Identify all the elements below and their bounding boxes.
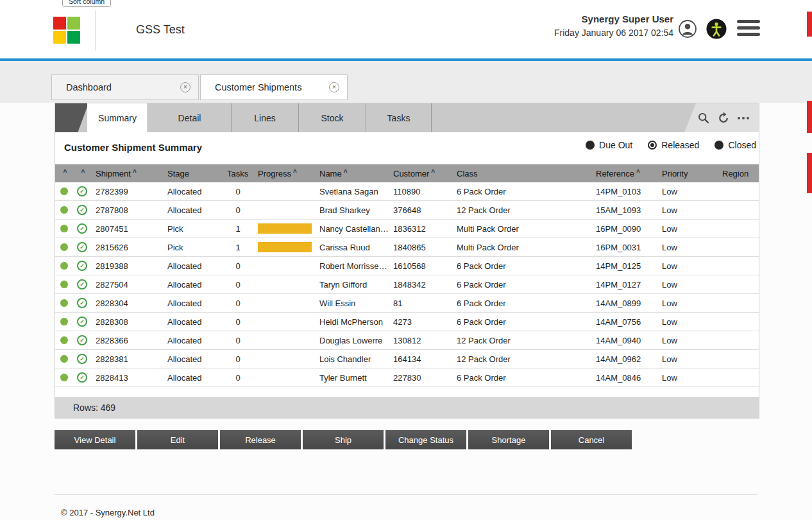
check-cell: ✓: [73, 372, 91, 383]
progress-bar: [258, 223, 312, 234]
status-cell: [55, 355, 73, 363]
check-cell: ✓: [73, 279, 91, 290]
document-tab[interactable]: Dashboard ×: [51, 74, 199, 100]
cell-shipment: 2828366: [91, 336, 163, 345]
shipment-row[interactable]: ✓ 2782399 Allocated 0 Svetlana Sagan 110…: [55, 182, 759, 201]
status-cell: [55, 262, 73, 270]
column-label: Reference: [596, 169, 634, 178]
sort-icon: ^: [636, 169, 640, 176]
cell-shipment: 2787808: [91, 205, 163, 215]
cell-customer: 1840865: [389, 243, 452, 252]
view-tab[interactable]: Summary: [87, 103, 148, 132]
view-tab-strip: Summary Detail Lines Stock T: [55, 103, 759, 132]
view-tab-label: Tasks: [387, 113, 410, 123]
cell-progress: [253, 335, 315, 345]
tab-close-icon[interactable]: ×: [180, 82, 190, 92]
column-header[interactable]: Priority ^: [657, 164, 718, 182]
shipment-row[interactable]: ✓ 2828304 Allocated 0 Will Essin 81 6 Pa…: [55, 294, 759, 313]
column-header[interactable]: Region ^: [718, 164, 759, 182]
user-profile-icon[interactable]: [678, 19, 697, 39]
column-header[interactable]: Customer ^: [389, 164, 452, 182]
radio-icon[interactable]: [715, 141, 723, 150]
shipment-row[interactable]: ✓ 2819388 Allocated 0 Robert Morrissey… …: [55, 257, 759, 275]
shipment-row[interactable]: ✓ 2828381 Allocated 0 Lois Chandler 1641…: [55, 350, 759, 368]
tab-close-icon[interactable]: ×: [329, 82, 339, 92]
document-tabs: Dashboard × Customer Shipments ×: [51, 74, 348, 100]
column-label: Customer: [393, 169, 429, 178]
view-tab[interactable]: Tasks: [366, 103, 432, 132]
cell-customer: 376648: [389, 205, 452, 215]
column-header[interactable]: ^: [73, 164, 91, 182]
sort-icon: ^: [133, 169, 137, 176]
cell-shipment: 2827504: [91, 280, 163, 290]
shipment-row[interactable]: ✓ 2787808 Allocated 0 Brad Sharkey 37664…: [55, 201, 759, 220]
document-tab[interactable]: Customer Shipments ×: [200, 74, 348, 100]
shipment-row[interactable]: ✓ 2828413 Allocated 0 Tyler Burnett 2278…: [55, 368, 759, 387]
column-header[interactable]: Tasks ^: [223, 164, 253, 182]
action-button[interactable]: Change Status: [385, 430, 466, 449]
shipment-row[interactable]: ✓ 2827504 Allocated 0 Taryn Gifford 1848…: [55, 275, 759, 294]
cell-customer: 4273: [389, 317, 452, 327]
status-dot-icon: [60, 355, 68, 363]
column-header[interactable]: Name ^: [315, 164, 389, 182]
cell-name: Taryn Gifford: [315, 280, 389, 290]
more-options-icon[interactable]: [736, 111, 750, 125]
status-dot-icon: [60, 374, 68, 381]
cell-customer: 227830: [389, 373, 452, 383]
cell-reference: 14AM_0899: [591, 299, 657, 308]
synergy-logo-icon: [53, 17, 80, 44]
cell-progress: [253, 279, 315, 290]
action-button[interactable]: Ship: [303, 430, 384, 449]
strip-toolbar: [684, 103, 759, 132]
status-dot-icon: [60, 281, 68, 288]
sort-column-button[interactable]: Sort column: [62, 0, 111, 7]
refresh-icon[interactable]: [716, 111, 731, 125]
column-header[interactable]: Reference ^: [591, 164, 657, 182]
check-icon: ✓: [77, 335, 87, 345]
search-icon[interactable]: [697, 111, 711, 125]
radio-icon[interactable]: [586, 141, 595, 150]
view-tab[interactable]: Stock: [299, 103, 366, 132]
column-header[interactable]: Stage ^: [163, 164, 223, 182]
status-dot-icon: [60, 187, 68, 195]
column-label: Shipment: [96, 169, 131, 178]
shipment-row[interactable]: ✓ 2828366 Allocated 0 Douglas Lowerre 13…: [55, 331, 759, 350]
cell-priority: Low: [657, 205, 718, 215]
filter-label: Closed: [728, 140, 756, 150]
column-header[interactable]: Class ^: [452, 164, 591, 182]
status-cell: [55, 206, 73, 214]
column-header[interactable]: Progress ^: [253, 164, 315, 182]
copyright: © 2017 - Synergy.Net Ltd: [61, 508, 155, 517]
cell-customer: 164134: [389, 354, 452, 364]
column-header[interactable]: Shipment ^: [91, 164, 163, 182]
accessibility-icon[interactable]: [706, 19, 727, 39]
cell-tasks: 0: [223, 336, 253, 345]
view-tab[interactable]: Detail: [148, 103, 232, 132]
cell-customer: 81: [389, 299, 452, 308]
column-header[interactable]: ^: [55, 164, 73, 182]
shipment-row[interactable]: ✓ 2815626 Pick 1 Carissa Ruud 1840865 Mu…: [55, 238, 759, 257]
radio-icon[interactable]: [648, 141, 657, 150]
cell-customer: 1836312: [389, 224, 452, 234]
cell-progress: [253, 186, 315, 196]
shipment-row[interactable]: ✓ 2807451 Pick 1 Nancy Castellanos 18363…: [55, 220, 759, 238]
shipment-row[interactable]: ✓ 2828308 Allocated 0 Heidi McPherson 42…: [55, 313, 759, 331]
view-tab[interactable]: Lines: [232, 103, 299, 132]
cell-customer: 110890: [389, 187, 452, 196]
check-icon: ✓: [77, 279, 87, 290]
status-cell: [55, 225, 73, 232]
action-button[interactable]: Shortage: [468, 430, 549, 449]
cell-progress: [253, 372, 315, 383]
cell-reference: 14AM_0846: [591, 373, 657, 383]
cell-tasks: 0: [223, 261, 253, 271]
menu-icon[interactable]: [737, 20, 760, 36]
action-button[interactable]: Edit: [137, 430, 218, 449]
cell-priority: Low: [657, 299, 718, 308]
header-divider: [95, 10, 96, 51]
action-button[interactable]: View Detail: [55, 430, 135, 449]
cell-reference: 14PM_0127: [591, 280, 657, 290]
action-button[interactable]: Cancel: [551, 430, 632, 449]
cell-stage: Pick: [163, 243, 223, 252]
status-cell: [55, 318, 73, 325]
action-button[interactable]: Release: [220, 430, 301, 449]
